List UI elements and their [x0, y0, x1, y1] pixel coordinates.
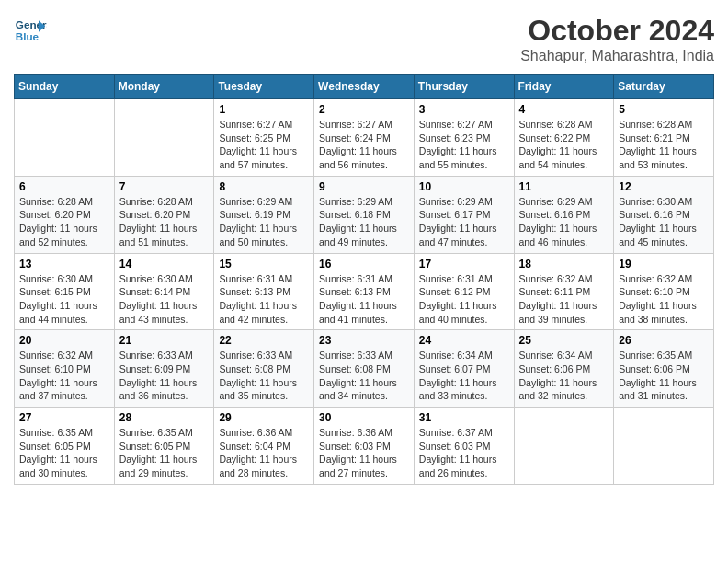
day-number: 12	[619, 180, 709, 193]
day-number: 13	[19, 258, 109, 270]
calendar-cell	[15, 99, 115, 177]
logo: General Blue	[14, 14, 47, 47]
calendar-cell: 4 Sunrise: 6:28 AMSunset: 6:22 PMDayligh…	[514, 99, 614, 177]
day-number: 9	[319, 180, 409, 193]
calendar-cell: 20 Sunrise: 6:32 AMSunset: 6:10 PMDaylig…	[15, 330, 115, 408]
calendar-cell: 10 Sunrise: 6:29 AMSunset: 6:17 PMDaylig…	[414, 176, 514, 253]
day-number: 22	[219, 334, 309, 347]
calendar-cell: 6 Sunrise: 6:28 AMSunset: 6:20 PMDayligh…	[15, 176, 115, 253]
calendar-cell: 26 Sunrise: 6:35 AMSunset: 6:06 PMDaylig…	[614, 330, 714, 408]
day-number: 25	[519, 334, 609, 347]
day-info: Sunrise: 6:29 AMSunset: 6:18 PMDaylight:…	[319, 195, 409, 249]
day-info: Sunrise: 6:27 AMSunset: 6:25 PMDaylight:…	[219, 118, 309, 172]
weekday-header: Friday	[514, 75, 614, 99]
calendar-cell: 17 Sunrise: 6:31 AMSunset: 6:12 PMDaylig…	[414, 253, 514, 330]
calendar-cell: 22 Sunrise: 6:33 AMSunset: 6:08 PMDaylig…	[214, 330, 314, 408]
calendar-cell: 3 Sunrise: 6:27 AMSunset: 6:23 PMDayligh…	[414, 99, 514, 177]
weekday-header-row: SundayMondayTuesdayWednesdayThursdayFrid…	[15, 75, 714, 99]
weekday-header: Thursday	[414, 75, 514, 99]
day-number: 31	[419, 411, 509, 424]
svg-text:Blue: Blue	[16, 30, 40, 42]
calendar-cell: 9 Sunrise: 6:29 AMSunset: 6:18 PMDayligh…	[314, 176, 415, 253]
day-info: Sunrise: 6:29 AMSunset: 6:16 PMDaylight:…	[519, 195, 609, 249]
day-number: 6	[19, 180, 109, 193]
day-number: 8	[219, 180, 309, 193]
weekday-header: Tuesday	[214, 75, 314, 99]
calendar-cell: 19 Sunrise: 6:32 AMSunset: 6:10 PMDaylig…	[614, 253, 714, 330]
calendar-cell: 16 Sunrise: 6:31 AMSunset: 6:13 PMDaylig…	[314, 253, 415, 330]
calendar-cell: 18 Sunrise: 6:32 AMSunset: 6:11 PMDaylig…	[514, 253, 614, 330]
day-info: Sunrise: 6:34 AMSunset: 6:06 PMDaylight:…	[519, 349, 609, 403]
day-number: 5	[619, 103, 709, 116]
calendar-cell	[614, 408, 714, 485]
calendar-week-row: 6 Sunrise: 6:28 AMSunset: 6:20 PMDayligh…	[15, 176, 714, 253]
calendar-cell: 30 Sunrise: 6:36 AMSunset: 6:03 PMDaylig…	[314, 408, 415, 485]
day-number: 19	[619, 258, 709, 270]
day-info: Sunrise: 6:36 AMSunset: 6:03 PMDaylight:…	[319, 426, 409, 480]
day-number: 2	[319, 103, 409, 116]
day-number: 24	[419, 334, 509, 347]
day-info: Sunrise: 6:29 AMSunset: 6:19 PMDaylight:…	[219, 195, 309, 249]
day-info: Sunrise: 6:35 AMSunset: 6:05 PMDaylight:…	[119, 426, 210, 480]
day-number: 26	[619, 334, 709, 347]
day-info: Sunrise: 6:28 AMSunset: 6:21 PMDaylight:…	[619, 118, 709, 172]
day-number: 3	[419, 103, 509, 116]
day-number: 7	[119, 180, 210, 193]
calendar-cell: 28 Sunrise: 6:35 AMSunset: 6:05 PMDaylig…	[114, 408, 214, 485]
title-block: October 2024 Shahapur, Maharashtra, Indi…	[520, 14, 714, 64]
calendar-cell: 13 Sunrise: 6:30 AMSunset: 6:15 PMDaylig…	[15, 253, 115, 330]
day-info: Sunrise: 6:35 AMSunset: 6:05 PMDaylight:…	[19, 426, 109, 480]
calendar-cell: 12 Sunrise: 6:30 AMSunset: 6:16 PMDaylig…	[614, 176, 714, 253]
calendar-cell: 15 Sunrise: 6:31 AMSunset: 6:13 PMDaylig…	[214, 253, 314, 330]
calendar-cell: 24 Sunrise: 6:34 AMSunset: 6:07 PMDaylig…	[414, 330, 514, 408]
calendar-cell: 8 Sunrise: 6:29 AMSunset: 6:19 PMDayligh…	[214, 176, 314, 253]
day-info: Sunrise: 6:32 AMSunset: 6:11 PMDaylight:…	[519, 272, 609, 327]
calendar-cell: 27 Sunrise: 6:35 AMSunset: 6:05 PMDaylig…	[15, 408, 115, 485]
calendar-cell: 21 Sunrise: 6:33 AMSunset: 6:09 PMDaylig…	[114, 330, 214, 408]
weekday-header: Wednesday	[314, 75, 415, 99]
calendar-cell: 2 Sunrise: 6:27 AMSunset: 6:24 PMDayligh…	[314, 99, 415, 177]
day-number: 18	[519, 258, 609, 270]
day-info: Sunrise: 6:31 AMSunset: 6:13 PMDaylight:…	[219, 272, 309, 327]
day-info: Sunrise: 6:31 AMSunset: 6:13 PMDaylight:…	[319, 272, 409, 327]
day-number: 17	[419, 258, 509, 270]
day-number: 11	[519, 180, 609, 193]
day-info: Sunrise: 6:33 AMSunset: 6:08 PMDaylight:…	[219, 349, 309, 403]
calendar-cell: 31 Sunrise: 6:37 AMSunset: 6:03 PMDaylig…	[414, 408, 514, 485]
day-info: Sunrise: 6:37 AMSunset: 6:03 PMDaylight:…	[419, 426, 509, 480]
weekday-header: Sunday	[15, 75, 115, 99]
day-info: Sunrise: 6:33 AMSunset: 6:08 PMDaylight:…	[319, 349, 409, 403]
day-info: Sunrise: 6:27 AMSunset: 6:24 PMDaylight:…	[319, 118, 409, 172]
day-number: 20	[19, 334, 109, 347]
calendar-cell: 1 Sunrise: 6:27 AMSunset: 6:25 PMDayligh…	[214, 99, 314, 177]
day-info: Sunrise: 6:27 AMSunset: 6:23 PMDaylight:…	[419, 118, 509, 172]
calendar-cell: 14 Sunrise: 6:30 AMSunset: 6:14 PMDaylig…	[114, 253, 214, 330]
location: Shahapur, Maharashtra, India	[520, 48, 714, 64]
calendar-cell	[514, 408, 614, 485]
day-info: Sunrise: 6:28 AMSunset: 6:20 PMDaylight:…	[19, 195, 109, 249]
day-number: 27	[19, 411, 109, 424]
day-info: Sunrise: 6:29 AMSunset: 6:17 PMDaylight:…	[419, 195, 509, 249]
day-number: 14	[119, 258, 210, 270]
day-info: Sunrise: 6:32 AMSunset: 6:10 PMDaylight:…	[619, 272, 709, 327]
calendar-cell: 23 Sunrise: 6:33 AMSunset: 6:08 PMDaylig…	[314, 330, 415, 408]
day-info: Sunrise: 6:28 AMSunset: 6:22 PMDaylight:…	[519, 118, 609, 172]
day-info: Sunrise: 6:30 AMSunset: 6:14 PMDaylight:…	[119, 272, 210, 327]
month-title: October 2024	[520, 14, 714, 48]
day-number: 30	[319, 411, 409, 424]
weekday-header: Monday	[114, 75, 214, 99]
page-header: General Blue October 2024 Shahapur, Maha…	[14, 14, 714, 64]
calendar-cell: 7 Sunrise: 6:28 AMSunset: 6:20 PMDayligh…	[114, 176, 214, 253]
day-info: Sunrise: 6:31 AMSunset: 6:12 PMDaylight:…	[419, 272, 509, 327]
day-number: 21	[119, 334, 210, 347]
calendar-cell: 29 Sunrise: 6:36 AMSunset: 6:04 PMDaylig…	[214, 408, 314, 485]
calendar-table: SundayMondayTuesdayWednesdayThursdayFrid…	[14, 74, 714, 485]
weekday-header: Saturday	[614, 75, 714, 99]
day-info: Sunrise: 6:28 AMSunset: 6:20 PMDaylight:…	[119, 195, 210, 249]
calendar-week-row: 20 Sunrise: 6:32 AMSunset: 6:10 PMDaylig…	[15, 330, 714, 408]
calendar-cell: 25 Sunrise: 6:34 AMSunset: 6:06 PMDaylig…	[514, 330, 614, 408]
day-number: 23	[319, 334, 409, 347]
day-number: 16	[319, 258, 409, 270]
day-number: 1	[219, 103, 309, 116]
day-info: Sunrise: 6:32 AMSunset: 6:10 PMDaylight:…	[19, 349, 109, 403]
